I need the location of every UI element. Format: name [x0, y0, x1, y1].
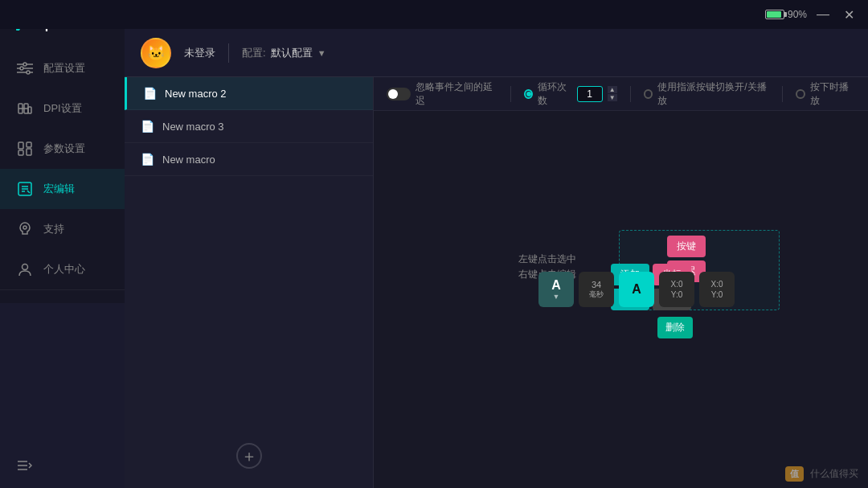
sidebar-item-support-label: 支持	[43, 222, 64, 236]
app-header: 🐱 未登录 配置: 默认配置 ▼	[125, 29, 868, 77]
key-button[interactable]: 按键	[667, 236, 706, 257]
config-prefix: 配置:	[242, 46, 266, 60]
loop-stepper[interactable]: ▲ ▼	[608, 86, 617, 101]
battery-body	[765, 10, 784, 19]
window-controls: 90% — ✕	[765, 5, 858, 24]
macro-list-panel: 📄 New macro 2 📄 New macro 3 📄 New macro …	[125, 77, 374, 488]
macro-name-1: New macro 2	[165, 88, 227, 100]
loop-radio-dot	[524, 89, 533, 99]
avatar[interactable]: 🐱	[141, 38, 171, 68]
delay-value: 34	[592, 280, 601, 289]
chevron-down-icon: ▼	[317, 48, 326, 58]
toggle-play-radio	[644, 89, 653, 99]
sidebar-item-support[interactable]: 支持	[0, 209, 125, 249]
watermark-badge: 值	[785, 466, 804, 482]
sidebar-item-macro-label: 宏编辑	[43, 182, 75, 196]
sidebar-item-dpi-label: DPI设置	[43, 101, 82, 116]
toolbar-sep-1	[510, 86, 511, 102]
toolbar-sep-3	[782, 86, 783, 102]
sidebar-item-profile[interactable]: 个人中心	[0, 249, 125, 289]
macro-name-2: New macro 3	[162, 121, 224, 133]
header-divider	[228, 43, 229, 63]
svg-point-0	[23, 63, 27, 66]
loop-count-input[interactable]	[577, 86, 603, 102]
config-selector[interactable]: 配置: 默认配置 ▼	[242, 46, 326, 60]
battery-indicator: 90%	[765, 9, 807, 20]
coord-node-1-y: Y:0	[671, 290, 682, 299]
svg-rect-15	[27, 142, 31, 147]
key-node-1-label: A	[551, 278, 561, 293]
svg-rect-14	[18, 150, 23, 155]
key-node-1-arrow: ▼	[553, 293, 560, 301]
coord-node-2-y: Y:0	[711, 290, 723, 299]
delay-toggle-group: 忽略事件之间的延迟	[387, 80, 497, 108]
delay-toggle-label: 忽略事件之间的延迟	[416, 80, 497, 108]
svg-rect-13	[18, 142, 23, 149]
delete-button[interactable]: 删除	[657, 317, 693, 338]
macro-item-3[interactable]: 📄 New macro	[125, 143, 373, 176]
nodes-row: A ▼ 34 毫秒 A X:0 Y:0	[538, 272, 735, 307]
dpi-icon	[16, 100, 34, 117]
delay-node-1[interactable]: 34 毫秒	[579, 272, 614, 307]
sidebar: V rapoo 配置设置	[0, 0, 125, 303]
hold-play-group[interactable]: 按下时播放	[796, 80, 855, 108]
minimize-button[interactable]: —	[813, 5, 833, 24]
loop-label: 循环次数	[538, 80, 571, 108]
delay-toggle[interactable]	[387, 88, 411, 100]
sidebar-item-dpi[interactable]: DPI设置	[0, 88, 125, 129]
login-status: 未登录	[184, 46, 215, 60]
hold-play-radio	[796, 89, 805, 99]
delay-unit: 毫秒	[589, 289, 604, 300]
svg-rect-16	[27, 149, 31, 155]
coord-node-1[interactable]: X:0 Y:0	[659, 272, 694, 307]
svg-point-21	[23, 226, 27, 229]
sidebar-item-params[interactable]: 参数设置	[0, 129, 125, 169]
coord-node-2-x: X:0	[710, 280, 723, 289]
toggle-play-group[interactable]: 使用指派按键切换开/关播放	[644, 80, 770, 108]
delete-button-container: 删除	[657, 317, 693, 338]
stepper-up[interactable]: ▲	[608, 86, 617, 93]
sidebar-item-macro[interactable]: 宏编辑	[0, 169, 125, 209]
toggle-knob	[388, 89, 398, 99]
coord-node-1-x: X:0	[670, 280, 682, 289]
sidebar-item-params-label: 参数设置	[43, 141, 85, 156]
sliders-icon	[16, 59, 34, 77]
macro-editor-panel: 忽略事件之间的延迟 循环次数 ▲ ▼ 使用指派按键切换开/关播放 按下时播放	[374, 77, 868, 488]
toggle-play-label: 使用指派按键切换开/关播放	[657, 80, 769, 108]
key-node-2[interactable]: A	[619, 272, 654, 307]
svg-point-6	[27, 71, 30, 74]
hint-line1: 左键点击选中	[518, 252, 576, 267]
svg-rect-11	[28, 107, 31, 113]
user-icon	[16, 260, 34, 278]
coord-node-2[interactable]: X:0 Y:0	[699, 272, 735, 307]
battery-pct: 90%	[788, 9, 807, 20]
key-node-2-label: A	[632, 282, 641, 297]
sidebar-item-profile-label: 个人中心	[43, 262, 85, 277]
loop-radio-group[interactable]: 循环次数 ▲ ▼	[524, 80, 617, 108]
macro-icon	[16, 180, 34, 198]
title-bar: 90% — ✕	[0, 0, 868, 29]
svg-point-22	[23, 265, 28, 270]
stepper-down[interactable]: ▼	[608, 94, 617, 101]
sidebar-bottom	[0, 289, 125, 303]
watermark: 值 什么值得买	[785, 466, 858, 482]
editor-toolbar: 忽略事件之间的延迟 循环次数 ▲ ▼ 使用指派按键切换开/关播放 按下时播放	[374, 77, 868, 111]
key-node-1[interactable]: A ▼	[538, 272, 574, 307]
file-icon-2: 📄	[141, 120, 154, 133]
watermark-label: 什么值得买	[810, 467, 858, 481]
content-area: 📄 New macro 2 📄 New macro 3 📄 New macro …	[125, 77, 868, 488]
file-icon-3: 📄	[141, 153, 154, 166]
svg-point-3	[20, 67, 23, 70]
config-name: 默认配置	[271, 46, 313, 60]
add-circle-icon: ＋	[236, 443, 262, 469]
hold-play-label: 按下时播放	[810, 80, 855, 108]
file-icon-1: 📄	[143, 87, 157, 100]
add-macro-button[interactable]: ＋	[125, 437, 373, 475]
sidebar-item-config[interactable]: 配置设置	[0, 48, 125, 88]
params-icon	[16, 140, 34, 158]
toolbar-sep-2	[630, 86, 631, 102]
close-button[interactable]: ✕	[839, 5, 858, 24]
macro-item-2[interactable]: 📄 New macro 3	[125, 110, 373, 143]
macro-item-1[interactable]: 📄 New macro 2	[125, 77, 373, 110]
expand-button[interactable]	[16, 457, 32, 477]
